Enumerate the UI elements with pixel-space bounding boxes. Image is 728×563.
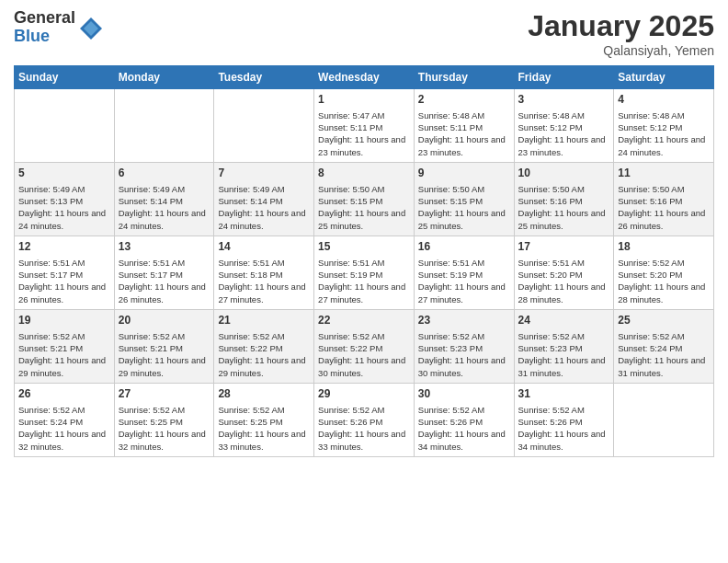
day-number: 31 [518, 386, 610, 402]
table-row: 23Sunrise: 5:52 AMSunset: 5:23 PMDayligh… [414, 310, 514, 384]
sunrise-text: Sunrise: 5:51 AM [218, 257, 310, 269]
day-number: 14 [218, 239, 310, 255]
sunrise-text: Sunrise: 5:52 AM [418, 404, 510, 416]
table-row: 18Sunrise: 5:52 AMSunset: 5:20 PMDayligh… [614, 236, 714, 310]
header-sunday: Sunday [15, 66, 115, 89]
table-row: 22Sunrise: 5:52 AMSunset: 5:22 PMDayligh… [314, 310, 415, 384]
sunrise-text: Sunrise: 5:52 AM [218, 404, 310, 416]
sunset-text: Sunset: 5:21 PM [119, 342, 210, 354]
day-number: 9 [418, 166, 510, 181]
sunrise-text: Sunrise: 5:49 AM [218, 183, 310, 195]
sunset-text: Sunset: 5:22 PM [318, 342, 410, 354]
header: General Blue January 2025 Qalansiyah, Ye… [14, 9, 714, 58]
table-row [15, 89, 115, 163]
table-row [214, 89, 314, 163]
table-row: 2Sunrise: 5:48 AMSunset: 5:11 PMDaylight… [414, 89, 514, 163]
sunset-text: Sunset: 5:11 PM [318, 121, 410, 133]
table-row: 19Sunrise: 5:52 AMSunset: 5:21 PMDayligh… [15, 310, 115, 384]
sunset-text: Sunset: 5:25 PM [218, 416, 310, 428]
table-row [114, 89, 214, 163]
sunset-text: Sunset: 5:15 PM [418, 195, 510, 207]
sunrise-text: Sunrise: 5:52 AM [618, 330, 710, 342]
sunrise-text: Sunrise: 5:50 AM [518, 183, 610, 195]
sunset-text: Sunset: 5:26 PM [318, 416, 410, 428]
daylight-text: Daylight: 11 hours and 29 minutes. [119, 354, 210, 379]
header-monday: Monday [114, 66, 214, 89]
sunrise-text: Sunrise: 5:51 AM [418, 257, 510, 269]
sunrise-text: Sunrise: 5:48 AM [518, 109, 610, 121]
location: Qalansiyah, Yemen [528, 43, 714, 58]
day-number: 7 [218, 166, 310, 181]
sunrise-text: Sunrise: 5:52 AM [119, 330, 210, 342]
table-row: 28Sunrise: 5:52 AMSunset: 5:25 PMDayligh… [214, 384, 314, 457]
daylight-text: Daylight: 11 hours and 23 minutes. [518, 133, 610, 158]
sunrise-text: Sunrise: 5:52 AM [618, 257, 710, 269]
daylight-text: Daylight: 11 hours and 23 minutes. [318, 133, 410, 158]
sunrise-text: Sunrise: 5:52 AM [18, 404, 110, 416]
sunset-text: Sunset: 5:19 PM [418, 269, 510, 281]
sunset-text: Sunset: 5:26 PM [518, 416, 610, 428]
sunset-text: Sunset: 5:25 PM [119, 416, 210, 428]
sunrise-text: Sunrise: 5:49 AM [18, 183, 110, 195]
day-number: 18 [618, 239, 710, 255]
table-row: 9Sunrise: 5:50 AMSunset: 5:15 PMDaylight… [414, 163, 514, 236]
day-number: 16 [418, 239, 510, 255]
sunrise-text: Sunrise: 5:48 AM [418, 109, 510, 121]
daylight-text: Daylight: 11 hours and 23 minutes. [418, 133, 510, 158]
day-number: 22 [318, 313, 410, 328]
day-number: 6 [119, 166, 210, 181]
day-number: 25 [618, 313, 710, 328]
sunset-text: Sunset: 5:18 PM [218, 269, 310, 281]
sunrise-text: Sunrise: 5:52 AM [119, 404, 210, 416]
sunrise-text: Sunrise: 5:51 AM [318, 257, 410, 269]
header-saturday: Saturday [614, 66, 714, 89]
daylight-text: Daylight: 11 hours and 30 minutes. [418, 354, 510, 379]
daylight-text: Daylight: 11 hours and 30 minutes. [318, 354, 410, 379]
day-number: 3 [518, 92, 610, 108]
header-tuesday: Tuesday [214, 66, 314, 89]
daylight-text: Daylight: 11 hours and 24 minutes. [218, 207, 310, 232]
calendar-week-row: 19Sunrise: 5:52 AMSunset: 5:21 PMDayligh… [15, 310, 714, 384]
sunset-text: Sunset: 5:16 PM [518, 195, 610, 207]
daylight-text: Daylight: 11 hours and 27 minutes. [218, 281, 310, 305]
daylight-text: Daylight: 11 hours and 25 minutes. [418, 207, 510, 232]
day-number: 24 [518, 313, 610, 328]
table-row: 21Sunrise: 5:52 AMSunset: 5:22 PMDayligh… [214, 310, 314, 384]
sunrise-text: Sunrise: 5:52 AM [518, 404, 610, 416]
sunrise-text: Sunrise: 5:52 AM [318, 330, 410, 342]
day-number: 1 [318, 92, 410, 108]
calendar-week-row: 1Sunrise: 5:47 AMSunset: 5:11 PMDaylight… [15, 89, 714, 163]
day-number: 11 [618, 166, 710, 181]
day-number: 27 [119, 386, 210, 402]
sunset-text: Sunset: 5:11 PM [418, 121, 510, 133]
table-row: 17Sunrise: 5:51 AMSunset: 5:20 PMDayligh… [514, 236, 614, 310]
header-wednesday: Wednesday [314, 66, 415, 89]
sunrise-text: Sunrise: 5:50 AM [318, 183, 410, 195]
day-number: 10 [518, 166, 610, 181]
page: General Blue January 2025 Qalansiyah, Ye… [0, 0, 728, 563]
sunrise-text: Sunrise: 5:52 AM [318, 404, 410, 416]
sunrise-text: Sunrise: 5:51 AM [518, 257, 610, 269]
day-number: 23 [418, 313, 510, 328]
sunrise-text: Sunrise: 5:51 AM [119, 257, 210, 269]
day-number: 28 [218, 386, 310, 402]
day-number: 8 [318, 166, 410, 181]
sunset-text: Sunset: 5:23 PM [518, 342, 610, 354]
daylight-text: Daylight: 11 hours and 27 minutes. [318, 281, 410, 305]
table-row: 4Sunrise: 5:48 AMSunset: 5:12 PMDaylight… [614, 89, 714, 163]
day-number: 29 [318, 386, 410, 402]
day-number: 19 [18, 313, 110, 328]
daylight-text: Daylight: 11 hours and 24 minutes. [618, 133, 710, 158]
table-row: 3Sunrise: 5:48 AMSunset: 5:12 PMDaylight… [514, 89, 614, 163]
daylight-text: Daylight: 11 hours and 26 minutes. [18, 281, 110, 305]
logo-icon [78, 16, 104, 41]
sunset-text: Sunset: 5:23 PM [418, 342, 510, 354]
sunset-text: Sunset: 5:24 PM [618, 342, 710, 354]
sunrise-text: Sunrise: 5:52 AM [518, 330, 610, 342]
daylight-text: Daylight: 11 hours and 34 minutes. [518, 428, 610, 453]
day-number: 20 [119, 313, 210, 328]
logo-blue: Blue [14, 28, 75, 46]
table-row: 13Sunrise: 5:51 AMSunset: 5:17 PMDayligh… [114, 236, 214, 310]
table-row: 29Sunrise: 5:52 AMSunset: 5:26 PMDayligh… [314, 384, 415, 457]
daylight-text: Daylight: 11 hours and 24 minutes. [18, 207, 110, 232]
